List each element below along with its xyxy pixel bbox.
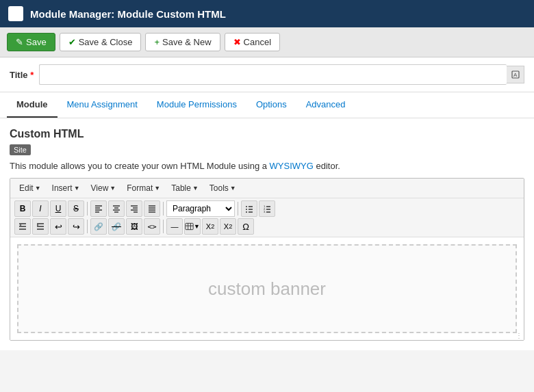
separator-1: [87, 202, 88, 215]
ordered-list-button[interactable]: 1.2.3.: [259, 200, 275, 217]
strikethrough-button[interactable]: S: [68, 200, 84, 217]
svg-rect-1: [11, 13, 21, 14]
svg-marker-39: [37, 224, 39, 226]
save-icon: ✎: [16, 37, 23, 47]
menu-tools[interactable]: Tools ▼: [205, 181, 241, 195]
svg-point-21: [246, 206, 247, 207]
special-char-button[interactable]: Ω: [238, 218, 254, 235]
menu-edit[interactable]: Edit ▼: [14, 181, 46, 195]
editor-canvas[interactable]: custom banner: [17, 244, 517, 333]
align-right-button[interactable]: [126, 200, 142, 217]
x-icon: ✖: [233, 37, 241, 47]
svg-point-25: [246, 211, 247, 213]
table-btn-chevron: ▼: [194, 223, 200, 230]
tab-options[interactable]: Options: [246, 92, 296, 118]
italic-button[interactable]: I: [32, 200, 49, 217]
toolbar-row-1: B I U S Paragraph: [14, 200, 520, 217]
description-text: This module allows you to create your ow…: [10, 161, 524, 171]
separator-5: [163, 220, 164, 233]
title-input[interactable]: [39, 64, 507, 85]
indent-button[interactable]: [32, 218, 49, 235]
insert-chevron: ▼: [74, 185, 80, 192]
image-button[interactable]: 🖼: [126, 218, 142, 235]
tools-chevron: ▼: [230, 185, 236, 192]
outdent-button[interactable]: [14, 218, 31, 235]
unlink-button[interactable]: 🔗: [108, 218, 125, 235]
app-icon: [8, 6, 23, 21]
svg-rect-2: [11, 16, 21, 17]
save-new-button[interactable]: + Save & New: [145, 33, 220, 51]
unordered-list-button[interactable]: [241, 200, 257, 217]
menu-view[interactable]: View ▼: [86, 181, 121, 195]
tab-module-permissions[interactable]: Module Permissions: [147, 92, 246, 118]
svg-rect-0: [11, 10, 21, 12]
format-chevron: ▼: [154, 185, 160, 192]
separator-4: [87, 220, 88, 233]
resize-handle[interactable]: ⋮: [516, 332, 522, 339]
separator-2: [163, 202, 164, 215]
app-title: Module Manager: Module Custom HTML: [30, 8, 226, 20]
svg-point-23: [246, 209, 247, 210]
plus-icon: +: [154, 37, 160, 47]
tab-menu-assignment[interactable]: Menu Assignment: [58, 92, 147, 118]
check-icon: ✔: [68, 37, 76, 47]
svg-text:A: A: [513, 72, 518, 78]
menu-format[interactable]: Format ▼: [122, 181, 165, 195]
superscript-button[interactable]: X2: [220, 218, 236, 235]
tab-advanced[interactable]: Advanced: [296, 92, 355, 118]
title-label: Title *: [10, 70, 34, 80]
toolbar-row-2: ↩ ↪ 🔗 🔗 🖼 <> — ▼ X2 X2 Ω: [14, 218, 520, 235]
align-left-button[interactable]: [90, 200, 107, 217]
underline-button[interactable]: U: [50, 200, 66, 217]
main-toolbar: ✎ Save ✔ Save & Close + Save & New ✖ Can…: [0, 27, 534, 57]
subscript-button[interactable]: X2: [202, 218, 218, 235]
editor-menubar: Edit ▼ Insert ▼ View ▼ Format ▼ Table ▼ …: [10, 179, 524, 198]
editor-container: Edit ▼ Insert ▼ View ▼ Format ▼ Table ▼ …: [10, 178, 524, 341]
separator-3: [238, 202, 238, 215]
hr-button[interactable]: —: [166, 218, 183, 235]
save-button[interactable]: ✎ Save: [7, 33, 55, 51]
title-icon-button[interactable]: A: [507, 66, 524, 83]
menu-insert[interactable]: Insert ▼: [47, 181, 85, 195]
section-title: Custom HTML: [10, 128, 524, 140]
svg-rect-41: [186, 223, 193, 229]
undo-button[interactable]: ↩: [50, 218, 66, 235]
editor-toolbar: B I U S Paragraph: [10, 198, 524, 237]
app-header: Module Manager: Module Custom HTML: [0, 0, 534, 27]
site-badge: Site: [10, 144, 31, 155]
menu-table[interactable]: Table ▼: [166, 181, 203, 195]
tabs-nav: Module Menu Assignment Module Permission…: [0, 92, 534, 118]
justify-button[interactable]: [144, 200, 160, 217]
table-chevron: ▼: [192, 185, 199, 192]
title-section: Title * A: [0, 57, 534, 92]
code-button[interactable]: <>: [144, 218, 160, 235]
tab-module[interactable]: Module: [7, 92, 58, 118]
table-insert-button[interactable]: ▼: [184, 218, 201, 235]
svg-marker-35: [19, 224, 21, 226]
redo-button[interactable]: ↪: [68, 218, 84, 235]
bold-button[interactable]: B: [14, 200, 31, 217]
edit-chevron: ▼: [35, 185, 41, 192]
cancel-button[interactable]: ✖ Cancel: [225, 33, 280, 51]
editor-placeholder: custom banner: [208, 278, 326, 300]
align-center-button[interactable]: [108, 200, 125, 217]
svg-text:3.: 3.: [264, 210, 266, 213]
wysiwyg-link[interactable]: WYSIWYG: [270, 161, 314, 171]
save-close-button[interactable]: ✔ Save & Close: [60, 33, 142, 51]
paragraph-select[interactable]: Paragraph Heading 1 Heading 2 Heading 3 …: [166, 200, 235, 217]
main-content: Custom HTML Site This module allows you …: [0, 118, 534, 350]
link-button[interactable]: 🔗: [90, 218, 107, 235]
editor-content[interactable]: custom banner ⋮: [10, 237, 524, 340]
view-chevron: ▼: [110, 185, 116, 192]
required-marker: *: [30, 70, 34, 80]
